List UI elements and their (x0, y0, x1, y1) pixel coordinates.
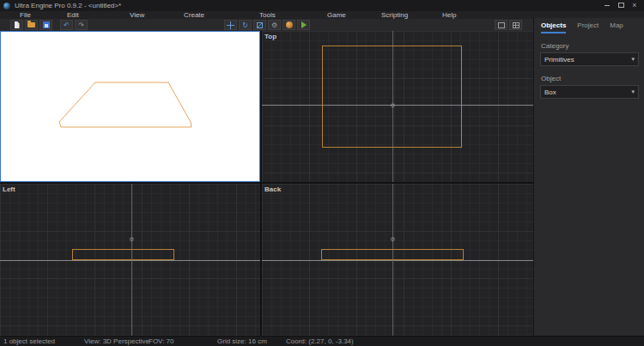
category-label: Category (541, 42, 638, 50)
origin-gizmo-icon: ☼ (126, 234, 137, 244)
restore-icon (618, 3, 624, 8)
viewport-left-label: Left (3, 185, 15, 193)
new-file-icon (15, 21, 20, 28)
move-tool-icon (227, 21, 234, 29)
persp-box-wireframe[interactable] (59, 82, 191, 127)
viewport-area: Top ☼ Left ☼ Back ☼ (0, 31, 533, 336)
status-view: View: 3D Perspective (84, 337, 149, 346)
tab-map[interactable]: Map (610, 21, 623, 33)
run-game-button[interactable] (297, 20, 310, 30)
transform-button-group: ↻ ⚙ (224, 20, 310, 30)
material-tool-button[interactable] (283, 20, 295, 30)
single-viewport-button[interactable] (495, 20, 507, 30)
menu-help[interactable]: Help (440, 11, 459, 19)
settings-tool-button[interactable]: ⚙ (268, 20, 281, 30)
save-floppy-icon (43, 21, 50, 28)
menu-game[interactable]: Game (325, 11, 349, 19)
category-dropdown[interactable]: Primitives ▾ (540, 52, 639, 66)
viewport-left[interactable]: Left ☼ (0, 184, 260, 336)
scale-tool-icon (257, 22, 263, 28)
viewport-top-label: Top (264, 33, 276, 40)
object-value: Box (544, 88, 556, 96)
play-icon (301, 21, 307, 28)
redo-icon: ↷ (78, 21, 84, 29)
menu-create[interactable]: Create (181, 11, 207, 19)
left-axis-horizontal (0, 260, 260, 261)
maximize-button[interactable] (614, 0, 628, 10)
file-button-group (10, 20, 52, 30)
window-controls: × (600, 0, 641, 10)
object-dropdown[interactable]: Box ▾ (540, 85, 639, 99)
edit-button-group: ↶ ↷ (60, 20, 88, 30)
viewport-back-label: Back (264, 185, 281, 193)
left-box-wireframe[interactable] (72, 249, 174, 260)
menu-tools[interactable]: Tools (257, 11, 278, 19)
material-sphere-icon (286, 21, 293, 28)
undo-icon: ↶ (64, 21, 70, 29)
back-axis-horizontal (262, 260, 533, 261)
open-folder-icon (27, 22, 35, 27)
toolbar: ↶ ↷ ↻ ⚙ (0, 19, 533, 31)
window-title: Ultra Engine Pro 0.9.2 - <untitled>* (15, 2, 121, 9)
menu-edit[interactable]: Edit (64, 11, 82, 19)
app-logo-icon (3, 3, 10, 9)
title-bar: Ultra Engine Pro 0.9.2 - <untitled>* × (0, 0, 644, 11)
quad-viewport-button[interactable] (509, 20, 522, 30)
menu-scripting[interactable]: Scripting (379, 11, 410, 19)
menu-view[interactable]: View (127, 11, 147, 19)
back-box-wireframe[interactable] (321, 249, 464, 260)
status-fov: FOV: 70 (149, 337, 174, 346)
panel-tabs: Objects Project Map (534, 18, 644, 33)
top-box-wireframe[interactable] (322, 46, 462, 148)
undo-button[interactable]: ↶ (60, 20, 73, 30)
object-label: Object (541, 75, 638, 82)
save-button[interactable] (39, 20, 52, 30)
open-file-button[interactable] (25, 20, 38, 30)
menu-file[interactable]: File (17, 11, 33, 19)
scale-tool-button[interactable] (253, 20, 266, 30)
minimize-button[interactable] (600, 0, 614, 10)
viewport-layout-group (495, 20, 522, 30)
gear-icon: ⚙ (271, 21, 277, 29)
rotate-tool-icon: ↻ (242, 21, 248, 29)
status-bar: 1 object selected View: 3D Perspective F… (0, 336, 644, 346)
viewport-top[interactable]: Top ☼ (262, 31, 533, 182)
viewport-perspective[interactable] (0, 31, 260, 182)
close-button[interactable]: × (628, 0, 641, 10)
origin-gizmo-icon: ☼ (387, 234, 398, 244)
move-tool-button[interactable] (224, 20, 237, 30)
new-file-button[interactable] (10, 20, 23, 30)
single-viewport-icon (498, 22, 505, 28)
status-selection: 1 object selected (3, 337, 55, 346)
side-panel: Objects Project Map Category Primitives … (533, 18, 644, 336)
status-grid-size: Grid size: 16 cm (217, 337, 267, 346)
tab-objects[interactable]: Objects (541, 21, 566, 33)
tab-project[interactable]: Project (577, 21, 598, 33)
perspective-scene (1, 32, 259, 181)
rotate-tool-button[interactable]: ↻ (239, 20, 252, 30)
status-coordinates: Coord: (2.27, 0, -3.34) (286, 337, 354, 346)
chevron-down-icon: ▾ (631, 56, 635, 63)
category-value: Primitives (544, 56, 574, 64)
minimize-icon (605, 5, 610, 6)
viewport-back[interactable]: Back ☼ (262, 184, 533, 336)
redo-button[interactable]: ↷ (75, 20, 88, 30)
quad-viewport-icon (513, 22, 519, 28)
chevron-down-icon: ▾ (631, 88, 635, 95)
